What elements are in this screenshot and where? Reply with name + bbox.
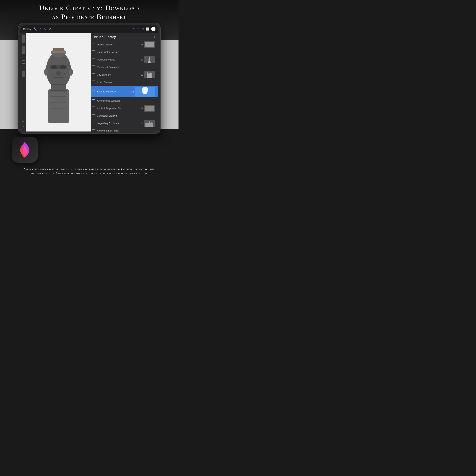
chevron-icon: › bbox=[156, 44, 156, 46]
brush-item-architectural[interactable]: Architectural Wonders bbox=[91, 97, 158, 104]
brush-thumb-eiffel bbox=[144, 56, 155, 63]
brush-stroke-preview bbox=[92, 106, 96, 110]
transform-icon[interactable]: ↻ bbox=[44, 27, 46, 31]
brush-stroke-preview bbox=[92, 58, 96, 62]
svg-rect-10 bbox=[54, 77, 63, 78]
brush-item-city[interactable]: City Skylines 16 › bbox=[91, 71, 158, 79]
sagrada-icon bbox=[145, 71, 153, 78]
cursor-icon[interactable]: ↗ bbox=[39, 27, 42, 31]
brush-stroke-preview bbox=[92, 73, 96, 77]
eiffel-icon bbox=[147, 56, 151, 63]
brush-item-legendary[interactable]: Legendary Explorers 13 › bbox=[91, 119, 158, 127]
brush-thumb-moai bbox=[135, 87, 155, 97]
svg-rect-17 bbox=[51, 51, 66, 53]
procreate-logo bbox=[12, 137, 38, 163]
brush-number-13: 13 bbox=[141, 122, 143, 125]
brush-right-city: 16 › bbox=[141, 71, 156, 78]
brush-right-desert: 18 › bbox=[141, 41, 156, 48]
brush-name-mountain: Mountain Wildlife bbox=[97, 58, 141, 61]
brush-number-15: 15 bbox=[131, 90, 134, 93]
selection-icon[interactable]: ↗ bbox=[49, 27, 51, 31]
brush-name-botanical: Botanical Gardens bbox=[97, 90, 131, 93]
brush-item-desert-dwellers[interactable]: Desert Dwellers 18 › bbox=[91, 41, 158, 48]
size-slider[interactable] bbox=[22, 46, 25, 54]
chevron-icon: › bbox=[156, 59, 156, 61]
moai-svg bbox=[31, 36, 86, 128]
eraser-icon[interactable]: ◻ bbox=[141, 27, 144, 31]
brush-item-mountain[interactable]: Mountain Wildlife 17 › bbox=[91, 56, 158, 64]
procreate-flame-icon bbox=[18, 141, 32, 159]
undo-button[interactable]: ↺ bbox=[22, 120, 24, 123]
chevron-icon: › bbox=[156, 107, 156, 109]
brush-number-18: 18 bbox=[141, 43, 143, 46]
footer-description: Streamline your creative process with ou… bbox=[24, 168, 154, 175]
brush-library-panel: Brush Library + Desert Dwellers 18 bbox=[91, 33, 158, 132]
brush-name-architectural: Architectural Wonders bbox=[97, 99, 156, 102]
brush-number-16: 16 bbox=[141, 74, 143, 76]
brush-list: Desert Dwellers 18 › bbox=[91, 41, 158, 132]
app-toolbar: Gallery 🔧 ↗ ↻ ↗ ✏ ✒ ◻ ⬜ bbox=[20, 25, 158, 33]
brush-name-caribbean: Caribbean Carnival bbox=[97, 114, 156, 117]
pencil-icon[interactable]: ✏ bbox=[133, 27, 135, 31]
wrench-icon[interactable]: 🔧 bbox=[34, 27, 37, 31]
brush-item-rainforest[interactable]: Rainforest Creatures bbox=[91, 64, 158, 71]
brush-thumb-building bbox=[144, 105, 155, 112]
brush-item-freshwater[interactable]: Fresh Water Habitats bbox=[91, 48, 158, 56]
layers-icon[interactable]: ⬜ bbox=[146, 27, 149, 31]
brush-item-caribbean[interactable]: Caribbean Carnival bbox=[91, 112, 158, 119]
color-picker[interactable] bbox=[151, 27, 155, 31]
brush-stroke-preview bbox=[92, 66, 96, 69]
ipad-power-button[interactable] bbox=[160, 63, 161, 72]
brush-stroke-preview bbox=[92, 81, 96, 84]
brush-item-iconic[interactable]: Iconic Statues bbox=[91, 79, 158, 86]
brush-stroke-preview bbox=[92, 129, 96, 132]
brush-item-botanical[interactable]: Botanical Gardens 15 › bbox=[91, 86, 158, 97]
brush-thumb-castle bbox=[144, 120, 155, 127]
chevron-icon: › bbox=[156, 122, 156, 125]
footer-text: Streamline your creative process with ou… bbox=[0, 167, 178, 175]
brush-thumb-sagrada bbox=[144, 71, 155, 78]
brush-right-mountain: 17 › bbox=[141, 56, 156, 63]
header-line1: Unlock Creativity: Download bbox=[0, 3, 178, 13]
moai-thumb-icon bbox=[140, 87, 150, 96]
brush-stroke-preview bbox=[92, 99, 96, 102]
svg-point-7 bbox=[52, 66, 56, 68]
brush-name-iconic: Iconic Statues bbox=[97, 81, 156, 84]
header-title: Unlock Creativity: Download as Procreate… bbox=[0, 3, 178, 21]
add-brush-button[interactable]: + bbox=[153, 35, 155, 39]
ipad-device: Gallery 🔧 ↗ ↻ ↗ ✏ ✒ ◻ ⬜ ↺ bbox=[18, 23, 161, 134]
brush-library-title: Brush Library bbox=[94, 35, 116, 39]
brush-name-rainforest: Rainforest Creatures bbox=[97, 66, 156, 69]
smudge-icon[interactable]: ✒ bbox=[137, 27, 139, 31]
ipad-screen: Gallery 🔧 ↗ ↻ ↗ ✏ ✒ ◻ ⬜ ↺ bbox=[20, 25, 158, 132]
svg-rect-0 bbox=[48, 89, 69, 123]
opacity-slider[interactable] bbox=[22, 71, 25, 77]
brightness-slider[interactable] bbox=[22, 35, 25, 43]
brush-item-indian[interactable]: Ancient Indian Epics bbox=[91, 127, 158, 132]
brush-name-city: City Skylines bbox=[97, 73, 141, 76]
brush-name-polynesian: Ancient Polynesian Cu... bbox=[97, 107, 141, 110]
chevron-icon: › bbox=[156, 74, 156, 76]
brush-number-17: 17 bbox=[141, 58, 143, 61]
brush-stroke-preview bbox=[92, 90, 96, 93]
drawing-canvas[interactable] bbox=[26, 33, 91, 132]
svg-point-13 bbox=[69, 68, 73, 76]
brush-item-polynesian[interactable]: Ancient Polynesian Cu... 14 › bbox=[91, 104, 158, 112]
moai-artwork bbox=[26, 33, 91, 132]
brush-name-desert: Desert Dwellers bbox=[97, 43, 141, 46]
svg-point-9 bbox=[61, 66, 65, 68]
redo-button[interactable]: ↻ bbox=[22, 125, 24, 128]
brush-right-legendary: 13 › bbox=[141, 120, 156, 127]
brush-name-freshwater: Fresh Water Habitats bbox=[97, 51, 156, 53]
left-toolbar: ↺ ↻ bbox=[20, 33, 26, 132]
brush-thumb-colosseum bbox=[144, 41, 155, 48]
svg-point-12 bbox=[44, 68, 48, 76]
header-line2: as Procreate Brushset bbox=[0, 13, 178, 21]
square-tool[interactable] bbox=[22, 61, 25, 64]
brush-stroke-preview bbox=[92, 121, 96, 125]
brush-right-polynesian: 14 › bbox=[141, 105, 156, 112]
building-icon bbox=[145, 106, 154, 111]
brush-panel-header: Brush Library + bbox=[91, 33, 158, 41]
brush-stroke-preview bbox=[92, 43, 96, 46]
gallery-button[interactable]: Gallery bbox=[23, 28, 31, 31]
